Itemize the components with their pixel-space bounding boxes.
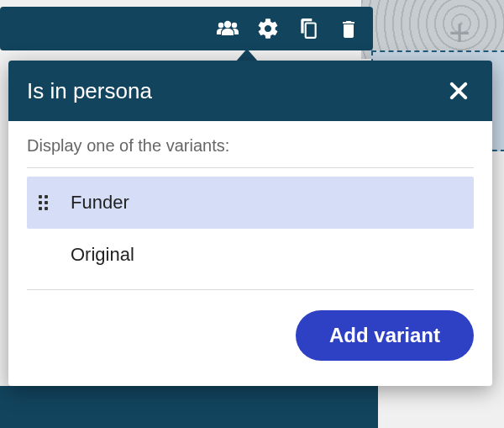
variant-item-funder[interactable]: Funder xyxy=(27,177,474,229)
trash-icon[interactable] xyxy=(334,14,363,43)
divider xyxy=(27,167,474,168)
close-icon xyxy=(447,79,470,103)
popover-footer: Add variant xyxy=(8,290,492,386)
persona-popover: Is in persona Display one of the variant… xyxy=(8,61,492,386)
add-block-plus[interactable]: + xyxy=(449,12,470,54)
copy-icon[interactable] xyxy=(294,14,323,43)
block-toolbar xyxy=(0,7,373,50)
drag-handle-icon[interactable] xyxy=(39,195,57,210)
background-lower-bar xyxy=(0,386,378,428)
gear-icon[interactable] xyxy=(254,14,282,43)
variant-label: Funder xyxy=(71,192,129,214)
variant-list: Funder Original xyxy=(27,177,474,281)
popover-body: Display one of the variants: Funder Orig… xyxy=(8,121,492,290)
svg-point-1 xyxy=(218,23,223,28)
popover-header: Is in persona xyxy=(8,61,492,121)
popover-title: Is in persona xyxy=(27,78,152,104)
instruction-text: Display one of the variants: xyxy=(27,136,474,167)
add-variant-button[interactable]: Add variant xyxy=(296,310,474,361)
close-button[interactable] xyxy=(444,76,474,106)
svg-point-0 xyxy=(224,21,231,28)
variant-label: Original xyxy=(71,244,134,266)
people-icon[interactable] xyxy=(213,14,242,43)
variant-item-original[interactable]: Original xyxy=(27,229,474,281)
svg-point-2 xyxy=(232,23,237,28)
